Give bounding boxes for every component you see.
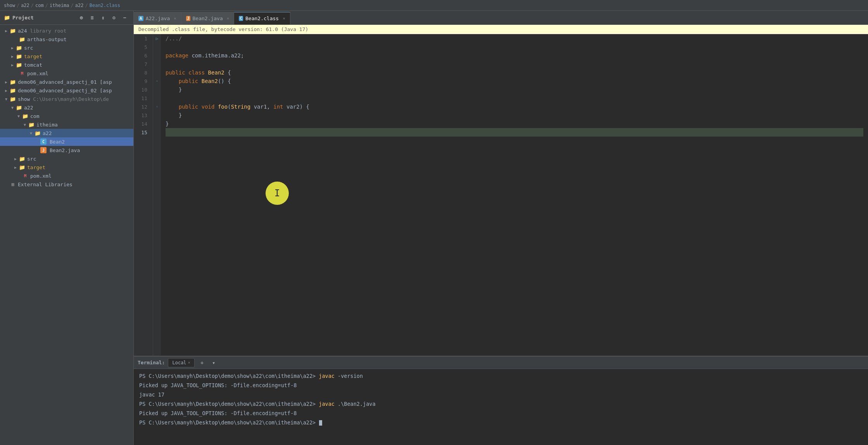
tree-item-ext-libs[interactable]: ▦ External Libraries [0, 180, 133, 189]
tree-item-src-1[interactable]: ▶ 📁 src [0, 43, 133, 52]
folder-icon: 📁 [34, 130, 41, 137]
terminal-tab-local[interactable]: Local × [168, 358, 195, 367]
terminal-label: Terminal: [138, 360, 165, 365]
param-var2: var2) { [283, 102, 309, 111]
tree-item-demo01[interactable]: ▶ 📁 demo06_advanced_aspectj_01 [asp [0, 78, 133, 86]
breadcrumb-bar: show / a22 / com / itheima / a22 / Bean2… [0, 0, 868, 11]
terminal-line-6[interactable]: PS C:\Users\manyh\Desktop\demo\show\a22\… [139, 418, 863, 427]
tab-close-bean2java[interactable]: × [227, 16, 230, 21]
arrow-icon: ▼ [16, 113, 22, 119]
sidebar-settings-icon[interactable]: ⚙ [109, 13, 119, 23]
keyword-public-12: public [179, 102, 202, 111]
sidebar-list-icon[interactable]: ≡ [88, 13, 97, 23]
folder-src-icon: 📁 [16, 44, 22, 51]
folder-icon: 📁 [9, 27, 16, 34]
code-line-9: public Bean2() { [166, 77, 863, 85]
tree-label-tomcat: tomcat [24, 62, 42, 68]
folder-icon: 📁 [22, 113, 29, 119]
code-line-1: /.../ [166, 34, 863, 43]
tree-item-pom-1[interactable]: M pom.xml [0, 69, 133, 78]
breadcrumb-item[interactable]: a22 [75, 3, 84, 8]
gutter-fold-9[interactable]: ◦ [153, 77, 161, 85]
tab-bean2-class[interactable]: C Bean2.class × [234, 12, 290, 24]
code-area[interactable]: 1 5 6 7 8 9 10 11 12 13 14 15 ▷ ◦ [134, 34, 868, 356]
gutter-fold-12[interactable]: ◦ [153, 102, 161, 111]
parens-9: () { [218, 77, 231, 85]
terminal-prompt-1: PS C:\Users\manyh\Desktop\demo\show\a22\… [139, 373, 316, 379]
terminal-output-3: Picked up JAVA_TOOL_OPTIONS: -Dfile.enco… [139, 410, 297, 416]
terminal-add-btn[interactable]: + [198, 358, 206, 367]
keyword-package: package [166, 51, 192, 60]
line-num-6: 6 [137, 51, 150, 60]
tree-label-bean2java: Bean2.java [50, 147, 80, 153]
terminal-arg-1: -version [338, 373, 363, 379]
line-num-9: 9 [137, 77, 150, 85]
ext-lib-icon: ▦ [9, 181, 16, 188]
tree-item-itheima[interactable]: ▼ 📁 itheima [0, 120, 133, 129]
terminal-prompt-3: PS C:\Users\manyh\Desktop\demo\show\a22\… [139, 419, 316, 426]
tree-item-a22-selected[interactable]: ▼ 📁 a22 [0, 129, 133, 137]
arrow-icon: ▶ [3, 28, 9, 34]
tree-item-bean2-java[interactable]: J Bean2.java [0, 146, 133, 154]
terminal-tab-close[interactable]: × [188, 360, 191, 365]
tree-item-demo02[interactable]: ▶ 📁 demo06_advanced_aspectj_02 [asp [0, 86, 133, 95]
sidebar-header: 📁 Project ⊕ ≡ ↕ ⚙ − [0, 11, 133, 25]
tree-label: target [24, 54, 42, 59]
gutter-empty-14 [153, 119, 161, 128]
sidebar: 📁 Project ⊕ ≡ ↕ ⚙ − ▶ 📁 a24 library root… [0, 11, 134, 445]
tree-item-tomcat[interactable]: ▶ 📁 tomcat [0, 61, 133, 69]
breadcrumb-sep: / [71, 3, 74, 8]
terminal-output-2: javac 17 [139, 391, 164, 398]
code-comment: /.../ [166, 34, 185, 43]
tree-item-show[interactable]: ▼ 📁 show C:\Users\manyh\Desktop\de [0, 95, 133, 103]
main-layout: 📁 Project ⊕ ≡ ↕ ⚙ − ▶ 📁 a24 library root… [0, 11, 868, 445]
tab-close-bean2class[interactable]: × [283, 16, 285, 21]
tree-item-bean2-class[interactable]: C Bean2 [0, 137, 133, 146]
tab-label-bean2class: Bean2.class [245, 16, 279, 21]
arrow-icon: ▼ [3, 96, 9, 102]
param-var1: var1, [250, 102, 273, 111]
tab-a22-java[interactable]: A A22.java × [134, 12, 181, 24]
gutter-empty-5 [153, 43, 161, 51]
tab-bean2-java[interactable]: J Bean2.java × [181, 12, 235, 24]
gutter-fold-1[interactable]: ▷ [153, 34, 161, 43]
terminal-line-2: Picked up JAVA_TOOL_OPTIONS: -Dfile.enco… [139, 381, 863, 390]
tree-label: a22 [24, 105, 33, 111]
class-file-icon: C [40, 139, 47, 145]
sidebar-minimize-icon[interactable]: − [120, 13, 129, 23]
sidebar-sort-icon[interactable]: ↕ [98, 13, 108, 23]
code-content[interactable]: /.../ package com.itheima.a22; public cl… [161, 34, 868, 356]
tree-suffix: C:\Users\manyh\Desktop\de [30, 96, 109, 102]
tree-item-src-2[interactable]: ▶ 📁 src [0, 154, 133, 163]
arrow-icon: ▶ [12, 156, 19, 162]
breadcrumb-item[interactable]: a22 [21, 3, 29, 8]
tab-close-a22[interactable]: × [174, 16, 176, 21]
tree-item-a22-l1[interactable]: ▼ 📁 a22 [0, 103, 133, 112]
indent-12 [166, 102, 179, 111]
tree-item-com[interactable]: ▼ 📁 com [0, 112, 133, 120]
terminal-content[interactable]: PS C:\Users\manyh\Desktop\demo\show\a22\… [134, 369, 868, 445]
code-line-5 [166, 43, 863, 51]
folder-target-icon: 📁 [19, 164, 26, 171]
arrow-icon: ▶ [3, 79, 9, 85]
gutter-empty-13 [153, 111, 161, 119]
line-num-7: 7 [137, 60, 150, 68]
tree-label: pom.xml [27, 71, 48, 76]
tree-item-target-2[interactable]: ▶ 📁 target [0, 163, 133, 171]
tree-item-target-1[interactable]: ▶ 📁 target [0, 52, 133, 61]
tree-item-a24[interactable]: ▶ 📁 a24 library root [0, 26, 133, 35]
tree-item-arthas[interactable]: 📁 arthas-output [0, 35, 133, 43]
sidebar-sync-icon[interactable]: ⊕ [77, 13, 86, 23]
tree-item-pom-2[interactable]: M pom.xml [0, 171, 133, 180]
breadcrumb-sep: / [45, 3, 48, 8]
breadcrumb-item[interactable]: show [4, 3, 15, 8]
breadcrumb-item[interactable]: com [35, 3, 44, 8]
terminal-dropdown-btn[interactable]: ▾ [209, 358, 218, 367]
code-line-7 [166, 60, 863, 68]
folder-icon: 📁 [16, 61, 22, 68]
breadcrumb-item[interactable]: itheima [50, 3, 69, 8]
indent-9 [166, 77, 179, 85]
tree-label: target [27, 164, 45, 170]
project-icon: 📁 [4, 15, 10, 21]
arrow-spacer [16, 173, 22, 179]
